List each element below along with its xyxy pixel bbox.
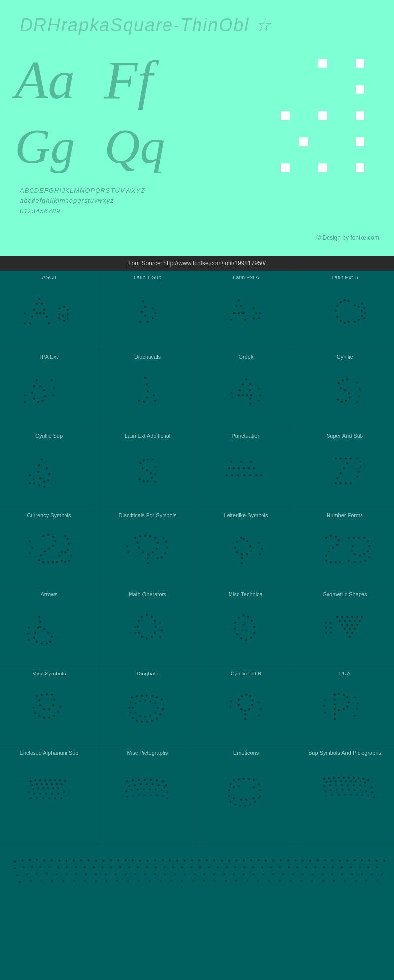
svg-point-580: [88, 859, 90, 861]
preview-punctuation: [199, 442, 293, 502]
svg-point-133: [143, 459, 145, 461]
preview-cyrillic: [297, 363, 392, 423]
svg-point-234: [250, 550, 252, 552]
svg-point-235: [249, 545, 251, 547]
svg-point-600: [235, 859, 237, 861]
svg-point-387: [144, 699, 146, 701]
svg-point-716: [181, 880, 183, 882]
label-latinexta: Latin Ext A: [199, 275, 293, 280]
svg-point-465: [48, 797, 50, 799]
cell-latinextb: Latin Ext B: [296, 271, 394, 349]
svg-point-632: [110, 866, 112, 868]
svg-point-68: [31, 392, 33, 394]
ipaext-svg: [10, 366, 89, 420]
svg-point-488: [155, 788, 157, 790]
svg-point-643: [208, 866, 210, 868]
svg-point-55: [348, 300, 350, 302]
svg-point-223: [164, 552, 166, 554]
preview-letterlikesymbols: [199, 521, 293, 581]
svg-point-727: [300, 880, 302, 882]
svg-point-276: [33, 637, 35, 639]
svg-point-262: [363, 553, 365, 555]
svg-point-422: [346, 696, 348, 698]
svg-point-560: [371, 791, 373, 793]
label-numberforms: Number Forms: [297, 512, 392, 518]
svg-point-678: [164, 873, 166, 875]
svg-point-650: [270, 866, 272, 868]
svg-point-665: [36, 873, 38, 875]
svg-point-274: [37, 627, 39, 629]
svg-point-498: [166, 797, 168, 799]
svg-point-103: [258, 400, 260, 402]
svg-point-282: [47, 632, 49, 634]
svg-point-65: [363, 317, 365, 319]
alphabet-nums: 0123456789: [20, 206, 374, 216]
svg-point-698: [361, 873, 363, 875]
svg-point-293: [141, 636, 143, 638]
svg-point-623: [31, 866, 33, 868]
svg-point-371: [156, 696, 158, 698]
cell-sup-symbols-and-pictographs: Sup Symbols And Pictographs: [296, 746, 394, 844]
svg-point-232: [241, 553, 243, 555]
svg-point-126: [29, 474, 31, 476]
svg-point-622: [23, 866, 25, 868]
svg-point-161: [250, 461, 252, 463]
svg-point-426: [338, 709, 340, 711]
svg-point-396: [132, 707, 134, 709]
svg-point-636: [146, 866, 148, 868]
svg-point-415: [334, 699, 336, 701]
svg-point-294: [146, 638, 148, 640]
svg-point-609: [302, 860, 304, 862]
svg-point-189: [47, 561, 49, 563]
svg-point-31: [152, 317, 154, 319]
svg-point-8: [48, 322, 50, 324]
svg-point-101: [258, 388, 260, 390]
svg-point-166: [346, 462, 348, 464]
svg-point-603: [258, 859, 260, 861]
svg-point-370: [151, 695, 153, 697]
cell-misctechnical: Misc Technical: [197, 587, 296, 666]
label-punctuation: Punctuation: [199, 433, 293, 439]
svg-point-311: [245, 639, 247, 641]
svg-point-410: [230, 706, 231, 708]
svg-point-602: [250, 859, 252, 861]
svg-point-587: [139, 860, 141, 862]
svg-point-184: [48, 548, 50, 550]
svg-point-188: [42, 561, 44, 563]
svg-point-108: [344, 389, 346, 391]
svg-point-593: [184, 860, 186, 862]
svg-point-527: [338, 777, 340, 779]
svg-point-402: [248, 708, 250, 710]
cell-numberforms: Number Forms: [296, 508, 394, 587]
svg-point-237: [243, 538, 245, 540]
cell-superandsub: Super And Sub: [296, 429, 394, 508]
svg-point-57: [358, 306, 360, 308]
svg-point-128: [29, 482, 31, 484]
copyright-text: © Design by fontke.com: [316, 234, 379, 241]
svg-point-514: [240, 799, 242, 801]
svg-point-64: [364, 312, 366, 314]
svg-point-177: [358, 471, 360, 473]
svg-point-244: [330, 535, 332, 537]
label-misc-pictographs: Misc Pictographs: [100, 750, 195, 756]
svg-point-114: [356, 382, 358, 384]
cell-cyrillicsup: Cyrillic Sup: [0, 429, 98, 508]
svg-point-111: [345, 400, 347, 402]
svg-point-36: [240, 305, 242, 307]
svg-point-532: [362, 778, 364, 780]
svg-point-454: [57, 787, 59, 789]
svg-point-456: [33, 793, 35, 795]
enclosed-alphanum-sup-svg: [10, 766, 89, 830]
svg-point-132: [147, 459, 149, 460]
svg-point-124: [48, 473, 50, 475]
superandsub-svg: [305, 445, 384, 499]
svg-point-611: [317, 859, 319, 861]
label-greek: Greek: [199, 354, 293, 360]
label-miscsymbols: Misc Symbols: [2, 671, 96, 676]
svg-point-96: [249, 389, 251, 391]
label-ipaext: IPA Ext: [2, 354, 96, 360]
svg-point-264: [354, 553, 356, 555]
svg-point-347: [330, 632, 332, 634]
svg-point-421: [343, 694, 345, 696]
svg-point-720: [225, 880, 227, 882]
